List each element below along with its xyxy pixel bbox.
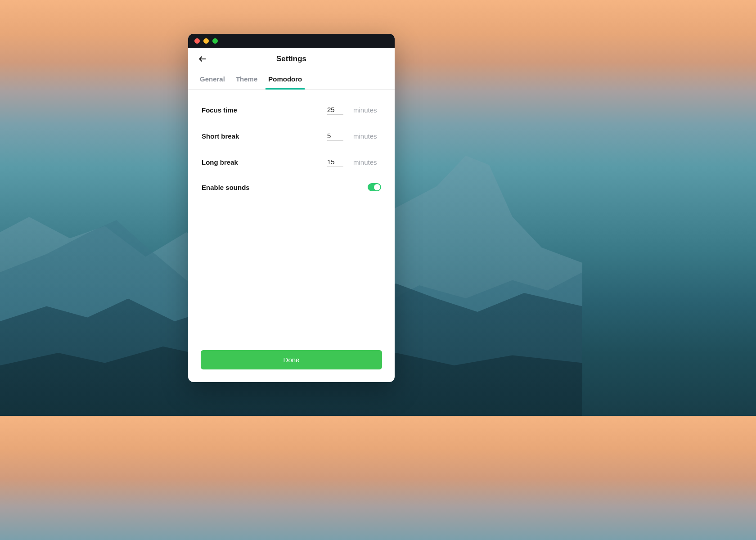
focus-time-label: Focus time xyxy=(202,106,327,114)
settings-window: Settings General Theme Pomodoro Focus ti… xyxy=(188,34,395,382)
header: Settings xyxy=(188,48,395,70)
toggle-knob xyxy=(374,184,380,190)
setting-focus-time: Focus time minutes xyxy=(202,105,381,115)
window-maximize-button[interactable] xyxy=(212,38,218,44)
setting-long-break: Long break minutes xyxy=(202,157,381,167)
settings-content: Focus time minutes Short break minutes L… xyxy=(188,90,395,350)
long-break-label: Long break xyxy=(202,158,327,166)
window-titlebar xyxy=(188,34,395,48)
tab-theme[interactable]: Theme xyxy=(236,70,257,89)
page-title: Settings xyxy=(188,54,395,63)
done-button[interactable]: Done xyxy=(201,350,382,369)
tabs: General Theme Pomodoro xyxy=(188,70,395,90)
setting-enable-sounds: Enable sounds xyxy=(202,183,381,191)
long-break-unit: minutes xyxy=(353,158,381,166)
short-break-label: Short break xyxy=(202,132,327,140)
window-close-button[interactable] xyxy=(194,38,200,44)
footer: Done xyxy=(188,350,395,382)
tab-pomodoro[interactable]: Pomodoro xyxy=(268,70,302,89)
setting-short-break: Short break minutes xyxy=(202,131,381,141)
long-break-input[interactable] xyxy=(327,157,343,167)
window-minimize-button[interactable] xyxy=(203,38,209,44)
arrow-left-icon xyxy=(198,54,207,63)
focus-time-input[interactable] xyxy=(327,105,343,115)
back-button[interactable] xyxy=(197,54,208,64)
short-break-input[interactable] xyxy=(327,131,343,141)
enable-sounds-toggle[interactable] xyxy=(368,183,381,191)
tab-general[interactable]: General xyxy=(200,70,225,89)
enable-sounds-label: Enable sounds xyxy=(202,184,368,191)
short-break-unit: minutes xyxy=(353,132,381,140)
focus-time-unit: minutes xyxy=(353,106,381,114)
